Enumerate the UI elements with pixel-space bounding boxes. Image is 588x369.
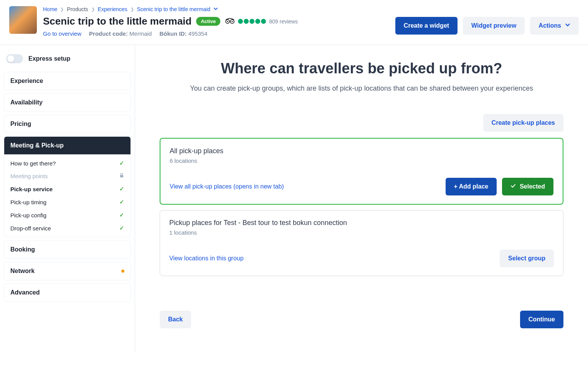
sidebar-header-advanced[interactable]: Advanced	[4, 284, 130, 301]
footer-actions: Back Continue	[160, 311, 563, 328]
page-header: Home ❯ Products ❯ Experiences ❯ Scenic t…	[0, 0, 588, 45]
express-setup-row: Express setup	[4, 54, 131, 72]
chevron-right-icon: ❯	[91, 7, 95, 12]
create-pickup-places-button[interactable]: Create pick-up places	[483, 114, 563, 132]
check-icon	[510, 183, 516, 190]
pickup-group-count: 1 locations	[169, 229, 554, 236]
breadcrumb-products: Products	[67, 6, 88, 12]
page-heading: Where can travellers be picked up from?	[160, 60, 563, 77]
nav-item-label: Pick-up timing	[10, 199, 46, 205]
sidebar-header-availability[interactable]: Availability	[4, 94, 130, 111]
top-actions: Create pick-up places	[160, 114, 563, 132]
chevron-down-icon	[565, 22, 570, 29]
reviews-wrap: 809 reviews	[225, 18, 298, 25]
actions-label: Actions	[538, 22, 561, 29]
main-content: Where can travellers be picked up from? …	[135, 45, 588, 351]
header-info: Home ❯ Products ❯ Experiences ❯ Scenic t…	[43, 6, 298, 37]
nav-pickup-config[interactable]: Pick-up config ✓	[4, 208, 130, 222]
sidebar-header-experience[interactable]: Experience	[4, 72, 130, 90]
rating-dot-icon	[249, 19, 254, 24]
sidebar-section-advanced[interactable]: Advanced	[4, 283, 131, 302]
check-icon: ✓	[119, 212, 124, 218]
express-label: Express setup	[28, 55, 70, 62]
breadcrumb-current[interactable]: Scenic trip to the little mermaid	[137, 6, 210, 12]
svg-rect-4	[120, 175, 123, 177]
continue-button[interactable]: Continue	[520, 311, 563, 328]
sidebar-section-network[interactable]: Network	[4, 262, 131, 280]
lock-icon	[119, 173, 124, 179]
meta-row: Go to overview Product code: Mermaid Bók…	[43, 30, 298, 37]
header-left: Home ❯ Products ❯ Experiences ❯ Scenic t…	[9, 6, 395, 37]
selected-button[interactable]: Selected	[502, 178, 553, 195]
chevron-down-icon[interactable]	[213, 6, 218, 12]
svg-point-2	[227, 21, 228, 22]
sidebar-section-booking[interactable]: Booking	[4, 240, 131, 259]
pickup-group-row: View all pick-up places (opens in new ta…	[170, 178, 553, 195]
nav-pickup-timing[interactable]: Pick-up timing ✓	[4, 195, 130, 208]
view-locations-link[interactable]: View all pick-up places (opens in new ta…	[170, 183, 284, 190]
breadcrumb-home[interactable]: Home	[43, 6, 57, 12]
overview-link[interactable]: Go to overview	[43, 30, 81, 37]
sidebar: Express setup Experience Availability Pr…	[0, 45, 135, 351]
pickup-group-card: All pick-up places 6 locations View all …	[160, 138, 563, 205]
page-subheading: You can create pick-up groups, which are…	[160, 84, 563, 93]
status-badge: Active	[196, 17, 220, 26]
sidebar-section-availability[interactable]: Availability	[4, 93, 131, 112]
check-icon: ✓	[119, 160, 124, 167]
bokun-id-value: 495354	[188, 30, 207, 37]
back-button[interactable]: Back	[160, 311, 191, 328]
create-widget-button[interactable]: Create a widget	[395, 17, 458, 35]
sidebar-header-network[interactable]: Network	[4, 262, 130, 280]
actions-button[interactable]: Actions	[530, 17, 579, 35]
nav-dropoff-service[interactable]: Drop-off service ✓	[4, 222, 130, 235]
nav-item-label: Pick-up config	[10, 212, 46, 218]
pickup-group-actions: Select group	[500, 250, 554, 267]
pickup-group-title: All pick-up places	[170, 147, 553, 155]
nav-item-label: Pick-up service	[10, 186, 53, 192]
rating-dots	[238, 19, 266, 24]
svg-point-3	[232, 21, 233, 22]
nav-pickup-service[interactable]: Pick-up service ✓	[4, 182, 130, 195]
status-dot-icon	[121, 270, 124, 273]
rating-dot-icon	[238, 19, 243, 24]
pickup-group-title: Pickup places for Test - Best tour to te…	[169, 219, 554, 227]
pickup-group-row: View locations in this group Select grou…	[169, 250, 554, 267]
pickup-group-card: Pickup places for Test - Best tour to te…	[160, 210, 563, 276]
widget-preview-button[interactable]: Widget preview	[463, 17, 525, 35]
sidebar-header-meeting[interactable]: Meeting & Pick-up	[4, 137, 130, 154]
add-place-button[interactable]: + Add place	[446, 178, 497, 195]
title-row: Scenic trip to the little mermaid Active…	[43, 15, 298, 27]
pickup-group-actions: + Add place Selected	[446, 178, 553, 195]
rating-dot-icon	[244, 19, 249, 24]
meeting-nav-items: How to get there? ✓ Meeting points Pick-…	[4, 154, 130, 237]
reviews-count: 809 reviews	[269, 18, 298, 25]
sidebar-section-meeting: Meeting & Pick-up How to get there? ✓ Me…	[4, 136, 131, 237]
nav-network-label: Network	[10, 268, 35, 275]
breadcrumb-experiences[interactable]: Experiences	[98, 6, 127, 12]
nav-item-label: Drop-off service	[10, 225, 51, 232]
sidebar-header-booking[interactable]: Booking	[4, 241, 130, 258]
product-code-value: Mermaid	[129, 30, 152, 37]
nav-item-label: Meeting points	[10, 173, 48, 179]
product-thumbnail	[9, 6, 37, 34]
pickup-group-count: 6 locations	[170, 157, 553, 164]
check-icon: ✓	[119, 225, 124, 232]
product-title: Scenic trip to the little mermaid	[43, 15, 192, 27]
view-locations-link[interactable]: View locations in this group	[169, 255, 244, 262]
bokun-id: Bókun ID: 495354	[159, 30, 207, 37]
nav-how-to-get-there[interactable]: How to get there? ✓	[4, 157, 130, 170]
express-toggle[interactable]	[6, 54, 23, 63]
sidebar-section-experience[interactable]: Experience	[4, 72, 131, 90]
select-group-button[interactable]: Select group	[500, 250, 554, 267]
sidebar-header-pricing[interactable]: Pricing	[4, 115, 130, 133]
header-actions: Create a widget Widget preview Actions	[395, 6, 579, 35]
nav-item-label: How to get there?	[10, 160, 56, 167]
rating-dot-icon	[261, 19, 266, 24]
chevron-right-icon: ❯	[60, 7, 64, 12]
bokun-id-label: Bókun ID:	[159, 30, 187, 37]
check-icon: ✓	[119, 185, 124, 192]
check-icon: ✓	[119, 199, 124, 205]
breadcrumb: Home ❯ Products ❯ Experiences ❯ Scenic t…	[43, 6, 298, 12]
sidebar-section-pricing[interactable]: Pricing	[4, 115, 131, 133]
tripadvisor-icon	[225, 18, 235, 25]
